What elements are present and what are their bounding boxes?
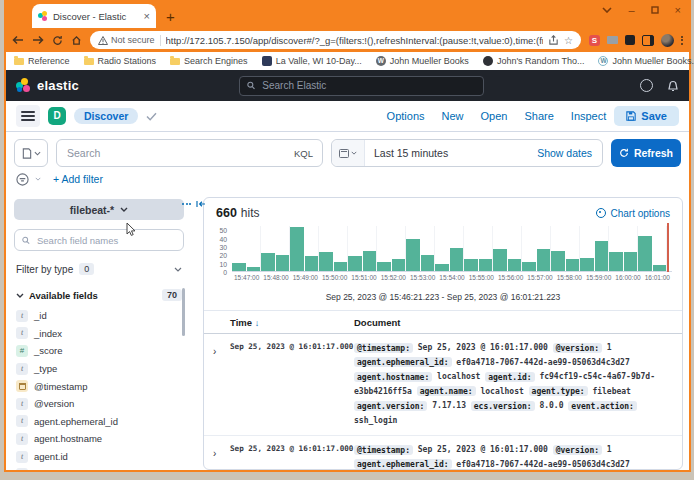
bookmark-item[interactable]: La Valle, WI 10-Day... [262,56,362,66]
expand-row-icon[interactable]: › [204,346,216,357]
histogram-bar[interactable] [348,256,362,272]
sort-desc-icon[interactable]: ↓ [255,318,260,328]
address-bar[interactable]: Not secure http://172.105.7.150/app/disc… [90,31,581,49]
histogram-bar[interactable] [421,255,435,272]
bookmark-item[interactable]: John's Random Tho... [483,56,585,66]
field-item[interactable]: tagent.id [14,448,184,466]
show-dates-link[interactable]: Show dates [537,147,592,159]
action-new[interactable]: New [442,110,464,122]
chevron-down-icon[interactable] [35,177,41,181]
refresh-button[interactable]: Refresh [611,139,681,167]
histogram-bar[interactable] [624,252,638,272]
field-item[interactable]: tagent.hostname [14,430,184,448]
histogram-bar[interactable] [450,248,464,272]
bookmark-label: Radio Stations [98,56,157,66]
elastic-brand[interactable]: elastic [16,78,79,93]
close-button[interactable]: × [675,4,681,16]
sidebar-scrollbar[interactable] [182,288,185,336]
histogram-bar[interactable] [493,249,507,272]
profile-avatar[interactable] [661,34,674,47]
bookmark-item[interactable]: WJohn Mueller Books... [598,56,694,66]
field-name: @timestamp [34,381,87,392]
chart-options-button[interactable]: Chart options [596,208,670,219]
available-fields-toggle[interactable]: Available fields 70 [14,289,184,301]
query-search-input[interactable] [65,146,314,160]
table-row[interactable]: ›Sep 25, 2023 @ 16:01:17.000@timestamp: … [204,334,682,436]
bookmark-star-icon[interactable]: ☆ [564,35,573,46]
histogram-bar[interactable] [551,251,565,272]
back-icon[interactable] [12,35,24,45]
action-options[interactable]: Options [387,110,425,122]
alerts-bell-icon[interactable] [667,80,679,92]
share-icon[interactable] [548,35,559,46]
field-item[interactable]: t_index [14,325,184,343]
histogram-bar[interactable] [261,253,275,272]
histogram-bar[interactable] [319,252,333,272]
field-search-input[interactable] [35,234,176,247]
reload-icon[interactable] [52,35,63,46]
histogram-bar[interactable] [537,249,551,272]
side-panel-icon[interactable] [642,35,654,46]
field-item[interactable]: tagent.ephemeral_id [14,413,184,431]
action-share[interactable]: Share [524,110,553,122]
extension-screen-icon[interactable] [607,36,618,44]
collapse-sidebar-icon[interactable] [196,200,206,208]
field-item[interactable]: @timestamp [14,377,184,395]
bookmark-item[interactable]: WJohn Mueller Books [376,56,469,66]
nav-menu-icon[interactable] [16,105,40,127]
tab-close-icon[interactable]: × [144,11,150,21]
expand-row-icon[interactable]: › [204,448,216,459]
histogram-bar[interactable] [305,256,319,272]
minimize-button[interactable]: – [628,4,634,16]
field-item[interactable]: t_type [14,360,184,378]
extensions-puzzle-icon[interactable] [625,35,635,45]
save-button[interactable]: Save [614,106,679,126]
row-time: Sep 25, 2023 @ 16:01:17.000 [230,443,354,469]
table-row[interactable]: ›Sep 25, 2023 @ 16:01:17.000@timestamp: … [204,436,682,469]
filter-by-type-control[interactable]: Filter by type 0 [14,258,184,280]
field-search-box[interactable] [14,229,184,251]
add-filter-link[interactable]: + Add filter [53,173,103,185]
browser-menu-icon[interactable] [681,36,683,45]
new-tab-button[interactable]: + [166,10,175,24]
global-search-input[interactable] [260,79,476,92]
field-item[interactable]: #_score [14,342,184,360]
histogram-bar[interactable] [406,239,420,272]
home-icon[interactable] [71,35,82,46]
not-secure-warning[interactable]: Not secure [98,35,155,45]
time-column-header[interactable]: Time ↓ [230,317,354,328]
global-search[interactable] [239,76,484,96]
histogram-bar[interactable] [638,236,652,272]
index-pattern-selector[interactable]: filebeat-* [14,199,184,220]
histogram-bar[interactable] [363,251,377,272]
field-item[interactable]: t@version [14,395,184,413]
filter-menu-icon[interactable] [16,173,29,186]
histogram-bar[interactable] [580,258,594,272]
browser-tab[interactable]: Discover - Elastic × [32,4,156,28]
histogram-bar[interactable] [290,227,304,272]
action-inspect[interactable]: Inspect [571,110,606,122]
histogram-bar[interactable] [595,241,609,272]
field-item[interactable]: tagent.name [14,465,184,470]
query-input-box[interactable]: KQL [56,139,323,167]
extension-shield-icon[interactable]: S [589,35,600,46]
saved-query-menu-button[interactable] [14,139,48,167]
breadcrumb[interactable]: Discover [74,108,138,124]
histogram-bar[interactable] [276,255,290,272]
bookmark-item[interactable]: Search Engines [170,56,248,66]
action-open[interactable]: Open [481,110,508,122]
time-range-value[interactable]: Last 15 minutes [374,147,448,159]
url-text[interactable]: http://172.105.7.150/app/discover#/?_g=(… [166,35,544,46]
index-pattern-options-icon[interactable] [182,203,191,205]
space-badge[interactable]: D [48,107,66,125]
maximize-button[interactable] [651,6,659,14]
kql-language-button[interactable]: KQL [294,148,313,159]
window-chevron-icon[interactable] [602,7,612,13]
bookmark-item[interactable]: Radio Stations [84,56,157,66]
forward-icon[interactable] [32,35,44,45]
field-item[interactable]: t_id [14,307,184,325]
help-icon[interactable] [640,79,653,92]
histogram-bar[interactable] [609,252,623,272]
bookmark-item[interactable]: Reference [14,56,70,66]
calendar-menu-button[interactable] [332,140,365,166]
